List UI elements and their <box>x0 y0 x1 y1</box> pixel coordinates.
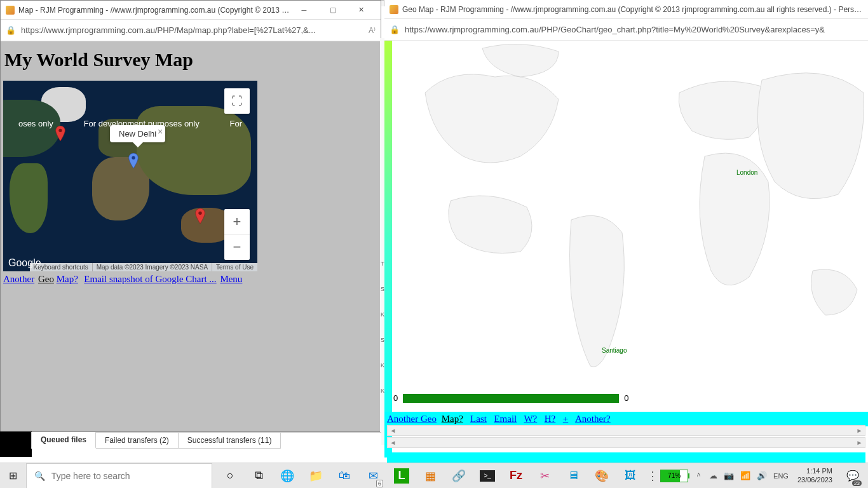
reader-icon[interactable]: A⁾ <box>369 26 376 35</box>
map-attribution: Keyboard shortcuts Map data ©2023 Imager… <box>30 263 257 271</box>
mail-icon[interactable]: ✉6 <box>359 463 387 489</box>
legend-max: 0 <box>624 393 628 403</box>
cortana-icon[interactable]: ○ <box>216 463 244 489</box>
google-map[interactable]: oses only For development purposes only … <box>3 81 257 271</box>
tab-queued-files[interactable]: Queued files <box>31 432 96 449</box>
minimize-button[interactable]: ─ <box>290 1 318 19</box>
map-infowindow: New Delhi × <box>110 125 165 142</box>
app-icon <box>6 6 15 15</box>
filezilla-transfer-tabs: Queued files Failed transfers (2) Succes… <box>32 432 381 458</box>
map-data-text: Map data ©2023 Imagery ©2023 NASA <box>92 263 212 271</box>
svg-point-0 <box>58 129 62 132</box>
infowindow-close-icon[interactable]: × <box>158 126 163 137</box>
lock-icon: 🔒 <box>6 25 16 35</box>
horizontal-scrollbar[interactable] <box>387 452 865 463</box>
clock-time: 1:14 PM <box>797 467 832 475</box>
geo-label-london: London <box>736 169 757 176</box>
link-menu[interactable]: Menu <box>220 274 242 284</box>
horizontal-scrollbar[interactable]: ◄► <box>387 425 865 436</box>
zoom-in-button[interactable]: + <box>224 209 250 234</box>
snip-icon[interactable]: ✂ <box>531 463 559 489</box>
terminal-icon[interactable]: >_ <box>480 470 495 482</box>
right-page-content: London Santiago 0 0 Another Geo Map? Las… <box>384 41 868 458</box>
taskbar-search[interactable]: 🔍 Type here to search <box>26 463 212 489</box>
tray-chevron-up-icon[interactable]: ＾ <box>695 470 703 482</box>
taskbar-clock[interactable]: 1:14 PM 23/06/2023 <box>795 467 835 484</box>
world-outline-svg <box>393 42 867 401</box>
svg-point-2 <box>132 156 135 159</box>
fullscreen-button[interactable]: ⛶ <box>224 88 250 114</box>
right-titlebar[interactable]: Geo Map - RJM Programming - //www.rjmpro… <box>384 0 868 19</box>
link-h[interactable]: H? <box>545 414 556 424</box>
link-map[interactable]: Map? <box>442 414 463 424</box>
keyboard-shortcuts-link[interactable]: Keyboard shortcuts <box>30 263 92 271</box>
close-button[interactable]: ✕ <box>347 1 376 19</box>
fz-dark-strip <box>0 431 32 457</box>
tab-successful-transfers[interactable]: Successful transfers (11) <box>178 433 281 449</box>
terms-link[interactable]: Terms of Use <box>212 263 257 271</box>
zoom-controls: + − <box>224 209 250 260</box>
link-email[interactable]: Email <box>494 414 517 424</box>
remote-desktop-icon[interactable]: 🖥 <box>559 463 587 489</box>
search-icon: 🔍 <box>34 471 45 481</box>
link-email-snapshot[interactable]: Email snapshot of Google Chart ... <box>84 274 216 284</box>
onedrive-icon[interactable]: ☁ <box>709 471 717 480</box>
zoom-out-button[interactable]: − <box>224 234 250 260</box>
libreoffice-icon[interactable]: L <box>394 468 409 484</box>
map-marker-red[interactable] <box>195 208 205 224</box>
ms-store-icon[interactable]: 🛍 <box>330 463 358 489</box>
geo-chart[interactable]: London Santiago <box>393 42 867 401</box>
start-button[interactable]: ⊞ <box>0 463 26 489</box>
putty-icon[interactable]: 🔗 <box>445 463 473 489</box>
task-view-icon[interactable]: ⧉ <box>245 463 273 489</box>
link-plus[interactable]: + <box>563 414 568 424</box>
volume-icon[interactable]: 🔊 <box>757 471 767 480</box>
battery-indicator[interactable]: 71% <box>660 470 688 482</box>
map-marker-red[interactable] <box>55 126 65 141</box>
link-map[interactable]: Map? <box>57 274 78 284</box>
landmass <box>137 106 251 195</box>
geo-label-santiago: Santiago <box>602 347 627 354</box>
legend-min: 0 <box>393 393 398 403</box>
lock-icon: 🔒 <box>390 25 400 34</box>
taskbar-overflow-icon[interactable]: ⋮ <box>645 463 660 489</box>
app-icon <box>390 5 398 14</box>
left-titlebar[interactable]: Map - RJM Programming - //www.rjmprogram… <box>1 1 381 20</box>
left-url[interactable]: https://www.rjmprogramming.com.au/PHP/Ma… <box>21 25 363 35</box>
link-another[interactable]: Another? <box>575 414 611 424</box>
tab-failed-transfers[interactable]: Failed transfers (2) <box>95 433 179 449</box>
left-page-content: My World Survey Map oses only For develo… <box>1 41 381 431</box>
link-w[interactable]: W? <box>524 414 537 424</box>
app-icon-orange[interactable]: ▦ <box>416 463 444 489</box>
legend-gradient-bar <box>403 394 619 403</box>
filezilla-icon[interactable]: Fz <box>502 463 530 489</box>
meet-now-icon[interactable]: 📷 <box>724 471 734 480</box>
right-links-row: Another Geo Map? Last Email W? H? + Anot… <box>384 412 868 426</box>
landmass <box>10 163 48 233</box>
geo-legend: 0 0 <box>393 393 628 403</box>
infowindow-text: New Delhi <box>119 129 156 139</box>
gradient-strip <box>384 41 392 458</box>
maximize-button[interactable]: ▢ <box>318 1 347 19</box>
link-another-geo[interactable]: Another Geo <box>387 414 437 424</box>
left-address-bar[interactable]: 🔒 https://www.rjmprogramming.com.au/PHP/… <box>1 20 381 41</box>
wifi-icon[interactable]: 📶 <box>740 471 750 480</box>
photos-icon[interactable]: 🖼 <box>616 463 644 489</box>
link-another[interactable]: Another <box>3 274 34 284</box>
right-window-title: Geo Map - RJM Programming - //www.rjmpro… <box>402 5 863 14</box>
edge-icon[interactable]: 🌐 <box>273 463 301 489</box>
search-placeholder: Type here to search <box>51 471 130 481</box>
paint-icon[interactable]: 🎨 <box>588 463 616 489</box>
system-tray: 71% ＾ ☁ 📷 📶 🔊 ENG 1:14 PM 23/06/2023 💬23 <box>660 463 868 488</box>
clock-date: 23/06/2023 <box>797 476 832 484</box>
file-explorer-icon[interactable]: 📁 <box>302 463 330 489</box>
map-marker-blue[interactable] <box>128 153 139 168</box>
horizontal-scrollbar[interactable]: ◄► <box>387 437 865 448</box>
right-address-bar[interactable]: 🔒 https://www.rjmprogramming.com.au/PHP/… <box>384 19 868 41</box>
language-indicator[interactable]: ENG <box>773 472 789 480</box>
left-browser-window: Map - RJM Programming - //www.rjmprogram… <box>0 0 381 432</box>
link-geo[interactable]: Geo <box>38 274 54 284</box>
right-url[interactable]: https://www.rjmprogramming.com.au/PHP/Ge… <box>405 25 863 34</box>
action-center-icon[interactable]: 💬23 <box>841 463 864 489</box>
link-last[interactable]: Last <box>470 414 487 424</box>
